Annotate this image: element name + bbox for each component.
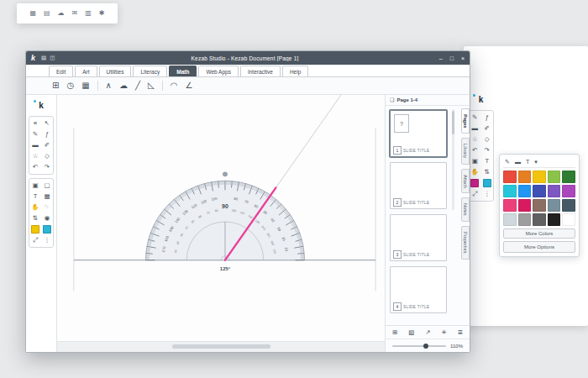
- undo-icon[interactable]: ↶: [29, 162, 41, 172]
- duplicate-page-icon[interactable]: ▧: [408, 329, 414, 336]
- color-swatch[interactable]: [548, 185, 561, 197]
- protractor-canvas[interactable]: 1017020160301504014050130601207011080100…: [57, 95, 386, 342]
- color-swatch[interactable]: [533, 199, 546, 212]
- color-swatch[interactable]: [503, 199, 517, 212]
- tab-help[interactable]: Help: [282, 66, 308, 76]
- sliders-icon[interactable]: ⇅: [481, 167, 494, 177]
- fullscreen-icon[interactable]: ⤢: [469, 189, 481, 199]
- color-swatch[interactable]: [533, 185, 546, 197]
- set-square-icon[interactable]: ◺: [148, 81, 155, 90]
- cloud-icon[interactable]: ☁: [119, 81, 128, 90]
- tab-literacy[interactable]: Literacy: [133, 66, 167, 76]
- clone-icon[interactable]: ▣: [469, 156, 481, 166]
- folder-icon[interactable]: ▤: [44, 10, 50, 17]
- redo-icon[interactable]: ↷: [41, 162, 53, 172]
- color-swatch[interactable]: [503, 171, 517, 183]
- text-icon[interactable]: T: [481, 156, 494, 166]
- tab-notes[interactable]: Notes: [461, 197, 470, 222]
- cloud-icon[interactable]: ☁: [58, 10, 65, 17]
- close-button[interactable]: ×: [461, 55, 465, 61]
- print-icon[interactable]: ◫: [50, 55, 55, 61]
- color-swatch[interactable]: [562, 171, 575, 183]
- magenta-swatch[interactable]: [469, 178, 481, 188]
- clock-icon[interactable]: ◷: [66, 81, 74, 90]
- color-swatch[interactable]: [548, 171, 561, 183]
- pen-icon[interactable]: ✎: [469, 113, 481, 123]
- zoom-slider-thumb[interactable]: [423, 344, 428, 349]
- redo-icon[interactable]: ↷: [481, 145, 494, 155]
- rotate-handle[interactable]: [223, 171, 228, 176]
- color-swatch[interactable]: [562, 185, 575, 197]
- canvas-horizontal-scrollbar[interactable]: [57, 341, 386, 352]
- tab-library[interactable]: Library: [461, 138, 470, 164]
- folder-icon[interactable]: ▤: [41, 55, 46, 61]
- panel-scrollbar[interactable]: [452, 109, 454, 210]
- text-icon[interactable]: T: [526, 159, 529, 165]
- color-swatch[interactable]: [533, 171, 546, 183]
- color-swatch[interactable]: [548, 213, 561, 226]
- tab-pages[interactable]: Pages: [461, 108, 470, 134]
- color-swatch[interactable]: [518, 199, 532, 212]
- star-icon[interactable]: ☆: [469, 134, 481, 144]
- more-options-button[interactable]: More Options: [503, 241, 575, 253]
- compass-icon[interactable]: ∧: [106, 81, 112, 90]
- effects-icon[interactable]: ✳: [441, 329, 446, 336]
- export-icon[interactable]: ↗: [425, 329, 430, 336]
- tab-edit[interactable]: Edit: [49, 66, 73, 76]
- pen-icon[interactable]: ✎: [29, 129, 41, 139]
- slide-thumbnail[interactable]: 4SLIDE TITLE: [390, 266, 447, 313]
- settings-icon[interactable]: ✱: [99, 10, 105, 17]
- color-swatch[interactable]: [518, 213, 532, 226]
- grid-icon[interactable]: ▦: [29, 10, 36, 17]
- tab-properties[interactable]: Properties: [461, 226, 470, 260]
- tab-math[interactable]: Math: [169, 66, 197, 76]
- color-swatch[interactable]: [503, 213, 517, 226]
- sliders-icon[interactable]: ⇅: [29, 213, 41, 223]
- eraser-icon[interactable]: ▬: [515, 159, 521, 165]
- slide-thumbnail[interactable]: ?1SLIDE TITLE: [390, 110, 447, 157]
- tab-interactive[interactable]: Interactive: [240, 66, 281, 76]
- table-icon[interactable]: ▦: [81, 81, 89, 90]
- yellow-swatch[interactable]: [29, 224, 41, 234]
- minimize-button[interactable]: –: [439, 55, 443, 61]
- more-colors-button[interactable]: More Colors: [503, 228, 575, 239]
- eraser-icon[interactable]: ▬: [29, 140, 41, 150]
- select-icon[interactable]: ↖: [41, 118, 53, 129]
- function-pen-icon[interactable]: ƒ: [481, 113, 494, 123]
- color-swatch[interactable]: [518, 185, 532, 197]
- angle-icon[interactable]: ∠: [185, 81, 192, 90]
- tab-attach[interactable]: Attach: [461, 169, 470, 194]
- pointer-icon[interactable]: ☞: [41, 202, 53, 213]
- document-canvas[interactable]: 1017020160301504014050130601207011080100…: [57, 95, 386, 352]
- highlighter-icon[interactable]: ✐: [41, 140, 53, 150]
- color-swatch[interactable]: [562, 213, 575, 226]
- add-page-icon[interactable]: ⊞: [392, 329, 397, 336]
- more-icon[interactable]: ⋮: [41, 235, 53, 245]
- calculator-icon[interactable]: ⊞: [52, 81, 59, 90]
- maximize-button[interactable]: □: [450, 55, 454, 61]
- layers-icon[interactable]: ▢: [41, 181, 53, 191]
- function-pen-icon[interactable]: ƒ: [41, 129, 53, 139]
- cyan-swatch[interactable]: [41, 224, 53, 234]
- hand-icon[interactable]: ✋: [469, 167, 481, 177]
- text-icon[interactable]: T: [29, 192, 41, 202]
- clone-icon[interactable]: ▣: [29, 181, 41, 191]
- zoom-slider[interactable]: [392, 345, 446, 347]
- tab-web-apps[interactable]: Web Apps: [198, 66, 239, 76]
- shapes-icon[interactable]: ◇: [41, 151, 53, 161]
- slide-thumbnail[interactable]: 3SLIDE TITLE: [390, 214, 447, 261]
- hand-icon[interactable]: ✋: [29, 202, 41, 213]
- more-icon[interactable]: ⋮: [481, 189, 494, 199]
- list-view-icon[interactable]: ≣: [458, 329, 463, 336]
- highlighter-icon[interactable]: ✐: [481, 123, 494, 134]
- cyan-swatch[interactable]: [481, 178, 494, 188]
- color-swatch[interactable]: [562, 199, 575, 212]
- color-swatch[interactable]: [503, 185, 517, 197]
- mail-icon[interactable]: ✉: [72, 10, 78, 17]
- tab-utilities[interactable]: Utilities: [99, 66, 132, 76]
- star-icon[interactable]: ☆: [29, 151, 41, 161]
- media-icon[interactable]: ▦: [41, 192, 53, 202]
- tab-art[interactable]: Art: [75, 66, 97, 76]
- chart-icon[interactable]: ▥: [85, 10, 92, 17]
- protractor[interactable]: 1017020160301504014050130601207011080100…: [145, 181, 304, 270]
